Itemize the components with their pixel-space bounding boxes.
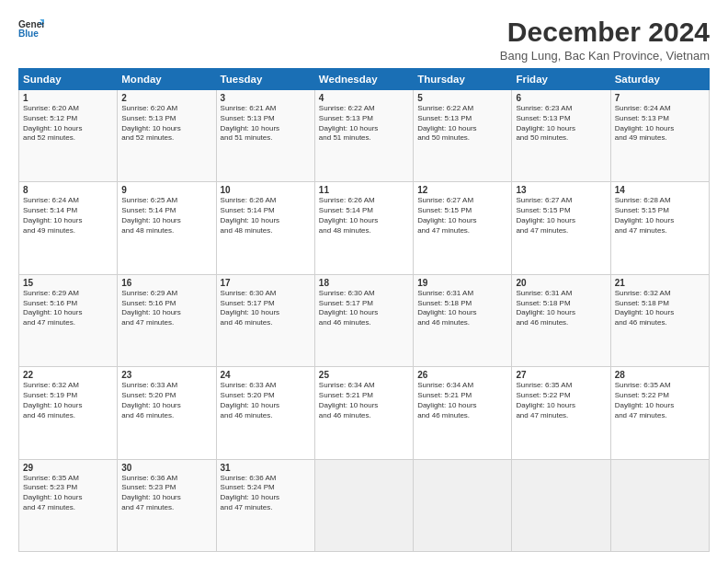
- table-row: 4Sunrise: 6:22 AM Sunset: 5:13 PM Daylig…: [314, 90, 413, 182]
- day-number: 4: [319, 93, 409, 103]
- day-details: Sunrise: 6:32 AM Sunset: 5:18 PM Dayligh…: [615, 289, 705, 328]
- day-number: 26: [417, 370, 507, 380]
- day-details: Sunrise: 6:35 AM Sunset: 5:22 PM Dayligh…: [516, 381, 606, 420]
- table-row: 9Sunrise: 6:25 AM Sunset: 5:14 PM Daylig…: [118, 182, 216, 274]
- table-row: 10Sunrise: 6:26 AM Sunset: 5:14 PM Dayli…: [216, 182, 314, 274]
- day-details: Sunrise: 6:26 AM Sunset: 5:14 PM Dayligh…: [221, 196, 311, 236]
- table-row: 21Sunrise: 6:32 AM Sunset: 5:18 PM Dayli…: [610, 274, 709, 366]
- day-details: Sunrise: 6:33 AM Sunset: 5:20 PM Dayligh…: [121, 381, 211, 420]
- svg-text:Blue: Blue: [18, 29, 39, 39]
- day-details: Sunrise: 6:22 AM Sunset: 5:13 PM Dayligh…: [417, 104, 507, 144]
- title-block: December 2024 Bang Lung, Bac Kan Provinc…: [500, 17, 710, 63]
- col-sunday: Sunday: [19, 69, 118, 90]
- col-monday: Monday: [118, 69, 216, 90]
- day-number: 8: [23, 185, 113, 195]
- day-number: 28: [615, 370, 705, 380]
- day-number: 16: [121, 278, 211, 288]
- day-number: 30: [121, 463, 211, 473]
- table-row: 14Sunrise: 6:28 AM Sunset: 5:15 PM Dayli…: [610, 182, 709, 274]
- day-details: Sunrise: 6:27 AM Sunset: 5:15 PM Dayligh…: [516, 196, 606, 236]
- logo: General Blue: [18, 17, 44, 42]
- day-details: Sunrise: 6:32 AM Sunset: 5:19 PM Dayligh…: [23, 381, 113, 420]
- calendar-table: Sunday Monday Tuesday Wednesday Thursday…: [18, 68, 710, 552]
- calendar-week-row: 8Sunrise: 6:24 AM Sunset: 5:14 PM Daylig…: [19, 182, 710, 274]
- table-row: 7Sunrise: 6:24 AM Sunset: 5:13 PM Daylig…: [610, 90, 709, 182]
- calendar-week-row: 22Sunrise: 6:32 AM Sunset: 5:19 PM Dayli…: [19, 367, 710, 459]
- day-number: 12: [417, 185, 507, 195]
- col-friday: Friday: [512, 69, 610, 90]
- day-number: 1: [23, 93, 113, 103]
- day-number: 5: [417, 93, 507, 103]
- day-number: 13: [516, 185, 606, 195]
- page: General Blue December 2024 Bang Lung, Ba…: [0, 0, 728, 563]
- table-row: 6Sunrise: 6:23 AM Sunset: 5:13 PM Daylig…: [512, 90, 610, 182]
- table-row: [610, 459, 709, 551]
- logo-icon: General Blue: [18, 17, 44, 42]
- day-details: Sunrise: 6:34 AM Sunset: 5:21 PM Dayligh…: [417, 381, 507, 420]
- day-details: Sunrise: 6:30 AM Sunset: 5:17 PM Dayligh…: [221, 289, 311, 328]
- day-details: Sunrise: 6:20 AM Sunset: 5:12 PM Dayligh…: [23, 104, 113, 144]
- day-number: 9: [121, 185, 211, 195]
- day-details: Sunrise: 6:27 AM Sunset: 5:15 PM Dayligh…: [417, 196, 507, 236]
- table-row: 12Sunrise: 6:27 AM Sunset: 5:15 PM Dayli…: [414, 182, 512, 274]
- day-details: Sunrise: 6:35 AM Sunset: 5:23 PM Dayligh…: [23, 474, 113, 513]
- calendar-week-row: 15Sunrise: 6:29 AM Sunset: 5:16 PM Dayli…: [19, 274, 710, 366]
- day-details: Sunrise: 6:28 AM Sunset: 5:15 PM Dayligh…: [615, 196, 705, 236]
- col-wednesday: Wednesday: [314, 69, 413, 90]
- day-details: Sunrise: 6:20 AM Sunset: 5:13 PM Dayligh…: [121, 104, 211, 144]
- header: General Blue December 2024 Bang Lung, Ba…: [18, 17, 710, 63]
- day-number: 17: [221, 278, 311, 288]
- day-number: 15: [23, 278, 113, 288]
- day-details: Sunrise: 6:21 AM Sunset: 5:13 PM Dayligh…: [221, 104, 311, 144]
- table-row: 13Sunrise: 6:27 AM Sunset: 5:15 PM Dayli…: [512, 182, 610, 274]
- table-row: 16Sunrise: 6:29 AM Sunset: 5:16 PM Dayli…: [118, 274, 216, 366]
- main-title: December 2024: [500, 17, 710, 47]
- table-row: 18Sunrise: 6:30 AM Sunset: 5:17 PM Dayli…: [314, 274, 413, 366]
- day-number: 24: [221, 370, 311, 380]
- day-number: 11: [319, 185, 409, 195]
- day-details: Sunrise: 6:34 AM Sunset: 5:21 PM Dayligh…: [319, 381, 409, 420]
- day-number: 14: [615, 185, 705, 195]
- table-row: 19Sunrise: 6:31 AM Sunset: 5:18 PM Dayli…: [414, 274, 512, 366]
- table-row: 24Sunrise: 6:33 AM Sunset: 5:20 PM Dayli…: [216, 367, 314, 459]
- table-row: 8Sunrise: 6:24 AM Sunset: 5:14 PM Daylig…: [19, 182, 118, 274]
- day-number: 19: [417, 278, 507, 288]
- table-row: 11Sunrise: 6:26 AM Sunset: 5:14 PM Dayli…: [314, 182, 413, 274]
- table-row: [314, 459, 413, 551]
- day-number: 27: [516, 370, 606, 380]
- day-details: Sunrise: 6:23 AM Sunset: 5:13 PM Dayligh…: [516, 104, 606, 144]
- table-row: 31Sunrise: 6:36 AM Sunset: 5:24 PM Dayli…: [216, 459, 314, 551]
- col-tuesday: Tuesday: [216, 69, 314, 90]
- day-number: 7: [615, 93, 705, 103]
- subtitle: Bang Lung, Bac Kan Province, Vietnam: [500, 49, 710, 63]
- day-details: Sunrise: 6:29 AM Sunset: 5:16 PM Dayligh…: [121, 289, 211, 328]
- table-row: 26Sunrise: 6:34 AM Sunset: 5:21 PM Dayli…: [414, 367, 512, 459]
- calendar-week-row: 1Sunrise: 6:20 AM Sunset: 5:12 PM Daylig…: [19, 90, 710, 182]
- col-saturday: Saturday: [610, 69, 709, 90]
- day-number: 23: [121, 370, 211, 380]
- table-row: 3Sunrise: 6:21 AM Sunset: 5:13 PM Daylig…: [216, 90, 314, 182]
- day-details: Sunrise: 6:31 AM Sunset: 5:18 PM Dayligh…: [516, 289, 606, 328]
- table-row: 23Sunrise: 6:33 AM Sunset: 5:20 PM Dayli…: [118, 367, 216, 459]
- day-number: 20: [516, 278, 606, 288]
- table-row: 25Sunrise: 6:34 AM Sunset: 5:21 PM Dayli…: [314, 367, 413, 459]
- calendar-header-row: Sunday Monday Tuesday Wednesday Thursday…: [19, 69, 710, 90]
- day-details: Sunrise: 6:29 AM Sunset: 5:16 PM Dayligh…: [23, 289, 113, 328]
- table-row: 30Sunrise: 6:36 AM Sunset: 5:23 PM Dayli…: [118, 459, 216, 551]
- day-details: Sunrise: 6:22 AM Sunset: 5:13 PM Dayligh…: [319, 104, 409, 144]
- day-number: 3: [221, 93, 311, 103]
- day-number: 6: [516, 93, 606, 103]
- table-row: 2Sunrise: 6:20 AM Sunset: 5:13 PM Daylig…: [118, 90, 216, 182]
- day-details: Sunrise: 6:36 AM Sunset: 5:23 PM Dayligh…: [121, 474, 211, 513]
- day-number: 25: [319, 370, 409, 380]
- day-details: Sunrise: 6:24 AM Sunset: 5:13 PM Dayligh…: [615, 104, 705, 144]
- table-row: 17Sunrise: 6:30 AM Sunset: 5:17 PM Dayli…: [216, 274, 314, 366]
- day-number: 18: [319, 278, 409, 288]
- table-row: 22Sunrise: 6:32 AM Sunset: 5:19 PM Dayli…: [19, 367, 118, 459]
- day-number: 29: [23, 463, 113, 473]
- table-row: [414, 459, 512, 551]
- table-row: 29Sunrise: 6:35 AM Sunset: 5:23 PM Dayli…: [19, 459, 118, 551]
- day-details: Sunrise: 6:25 AM Sunset: 5:14 PM Dayligh…: [121, 196, 211, 236]
- day-details: Sunrise: 6:35 AM Sunset: 5:22 PM Dayligh…: [615, 381, 705, 420]
- day-number: 21: [615, 278, 705, 288]
